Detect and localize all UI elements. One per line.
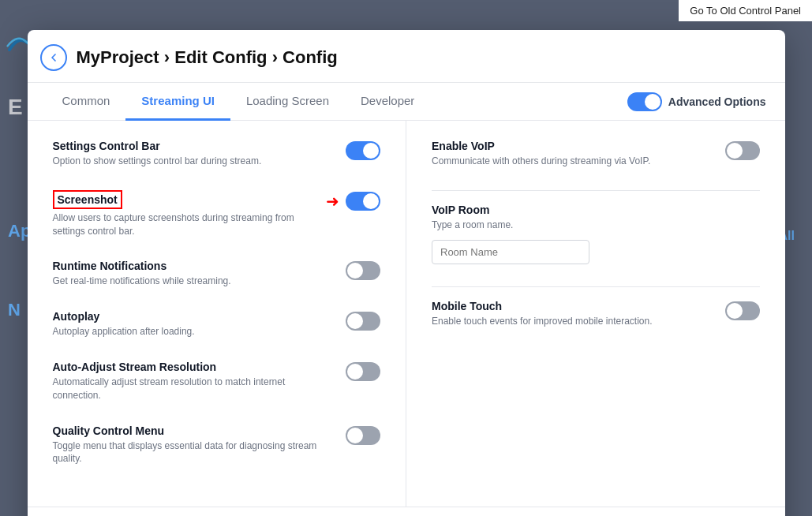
config-modal: MyProject › Edit Config › Config Common …: [28, 30, 785, 516]
right-panel: Enable VoIP Communicate with others duri…: [406, 121, 785, 507]
advanced-options-label: Advanced Options: [668, 95, 766, 108]
setting-desc-runtime-notifications: Get real-time notifications while stream…: [53, 275, 334, 288]
toggle-settings-control-bar[interactable]: [346, 141, 380, 160]
go-to-old-panel-button[interactable]: Go To Old Control Panel: [679, 0, 812, 21]
setting-control-autoplay: [346, 310, 380, 331]
toggle-screenshot[interactable]: [346, 192, 380, 211]
setting-control-quality-control: [346, 424, 380, 445]
setting-control-mobile-touch: [725, 300, 760, 320]
right-divider-2: [432, 286, 760, 287]
setting-title-runtime-notifications: Runtime Notifications: [53, 260, 334, 272]
setting-control-voip: [725, 140, 760, 160]
setting-title-mobile-touch: Mobile Touch: [432, 300, 713, 312]
setting-desc-screenshot: Allow users to capture screenshots durin…: [53, 211, 314, 238]
screenshot-highlight-box: Screenshot: [53, 190, 122, 209]
setting-row-quality-control: Quality Control Menu Toggle menu that di…: [53, 424, 381, 466]
setting-title-voip-room: VoIP Room: [432, 204, 760, 216]
breadcrumb-edit: Edit Config: [174, 47, 267, 67]
setting-title-auto-adjust: Auto-Adjust Stream Resolution: [53, 361, 334, 373]
setting-row-runtime-notifications: Runtime Notifications Get real-time noti…: [53, 260, 381, 288]
tab-common[interactable]: Common: [47, 83, 126, 121]
setting-title-quality-control: Quality Control Menu: [53, 424, 334, 437]
back-button[interactable]: [40, 44, 67, 71]
setting-info-mobile-touch: Mobile Touch Enable touch events for imp…: [432, 300, 713, 328]
tab-developer[interactable]: Developer: [345, 83, 430, 121]
breadcrumb-project: MyProject: [77, 47, 159, 67]
setting-desc-mobile-touch: Enable touch events for improved mobile …: [432, 315, 713, 328]
toggle-autoplay[interactable]: [346, 312, 380, 331]
toggle-voip[interactable]: [725, 141, 760, 160]
setting-info-settings-control-bar: Settings Control Bar Option to show sett…: [53, 140, 334, 168]
setting-row-voip: Enable VoIP Communicate with others duri…: [432, 140, 760, 168]
setting-row-screenshot: Screenshot Allow users to capture screen…: [53, 190, 381, 238]
setting-info-auto-adjust: Auto-Adjust Stream Resolution Automatica…: [53, 361, 334, 402]
setting-row-auto-adjust: Auto-Adjust Stream Resolution Automatica…: [53, 361, 381, 402]
setting-control-screenshot: ➜: [326, 190, 380, 211]
setting-info-quality-control: Quality Control Menu Toggle menu that di…: [53, 424, 334, 466]
red-arrow-icon: ➜: [326, 192, 339, 211]
toggle-mobile-touch[interactable]: [725, 301, 760, 320]
setting-info-autoplay: Autoplay Autoplay application after load…: [53, 310, 334, 338]
right-divider: [432, 190, 760, 191]
setting-row-settings-control-bar: Settings Control Bar Option to show sett…: [53, 140, 381, 168]
setting-info-voip-room: VoIP Room Type a room name.: [432, 204, 760, 232]
setting-row-autoplay: Autoplay Autoplay application after load…: [53, 310, 381, 338]
setting-desc-quality-control: Toggle menu that displays essential data…: [53, 439, 334, 466]
setting-desc-auto-adjust: Automatically adjust stream resolution t…: [53, 376, 334, 402]
tab-loading-screen[interactable]: Loading Screen: [230, 83, 345, 121]
modal-footer: Save: [28, 507, 785, 516]
setting-info-voip: Enable VoIP Communicate with others duri…: [432, 140, 713, 168]
modal-body: Settings Control Bar Option to show sett…: [28, 121, 785, 507]
setting-title-voip: Enable VoIP: [432, 140, 713, 152]
toggle-auto-adjust[interactable]: [346, 362, 380, 381]
tab-streaming-ui[interactable]: Streaming UI: [125, 83, 230, 121]
setting-control-settings-control-bar: [346, 140, 380, 160]
voip-room-input[interactable]: [432, 240, 589, 264]
breadcrumb-sep1: ›: [159, 47, 175, 67]
setting-desc-voip-room: Type a room name.: [432, 219, 760, 232]
setting-info-screenshot: Screenshot Allow users to capture screen…: [53, 190, 314, 238]
advanced-options-control: Advanced Options: [627, 92, 766, 111]
setting-title-settings-control-bar: Settings Control Bar: [53, 140, 334, 152]
left-panel: Settings Control Bar Option to show sett…: [28, 121, 407, 507]
bg-text-e: E: [8, 95, 23, 120]
bg-text-n: N: [8, 300, 21, 320]
toggle-quality-control[interactable]: [346, 426, 380, 445]
toggle-runtime-notifications[interactable]: [346, 261, 380, 280]
setting-info-runtime-notifications: Runtime Notifications Get real-time noti…: [53, 260, 334, 288]
modal-header: MyProject › Edit Config › Config: [28, 30, 785, 83]
setting-desc-settings-control-bar: Option to show settings control bar duri…: [53, 155, 334, 168]
setting-row-mobile-touch: Mobile Touch Enable touch events for imp…: [432, 300, 760, 328]
tabs-bar: Common Streaming UI Loading Screen Devel…: [28, 83, 785, 121]
advanced-options-toggle[interactable]: [627, 92, 662, 111]
setting-title-autoplay: Autoplay: [53, 310, 334, 323]
setting-title-screenshot: Screenshot: [53, 190, 314, 209]
setting-control-auto-adjust: [346, 361, 380, 381]
setting-row-voip-room: VoIP Room Type a room name.: [432, 204, 760, 264]
setting-control-runtime-notifications: [346, 260, 380, 280]
breadcrumb-sep2: ›: [268, 47, 283, 67]
breadcrumb-config: Config: [283, 47, 338, 67]
voip-room-header: VoIP Room Type a room name.: [432, 204, 760, 232]
setting-desc-voip: Communicate with others during streaming…: [432, 155, 713, 168]
setting-desc-autoplay: Autoplay application after loading.: [53, 325, 334, 338]
breadcrumb: MyProject › Edit Config › Config: [77, 47, 338, 68]
